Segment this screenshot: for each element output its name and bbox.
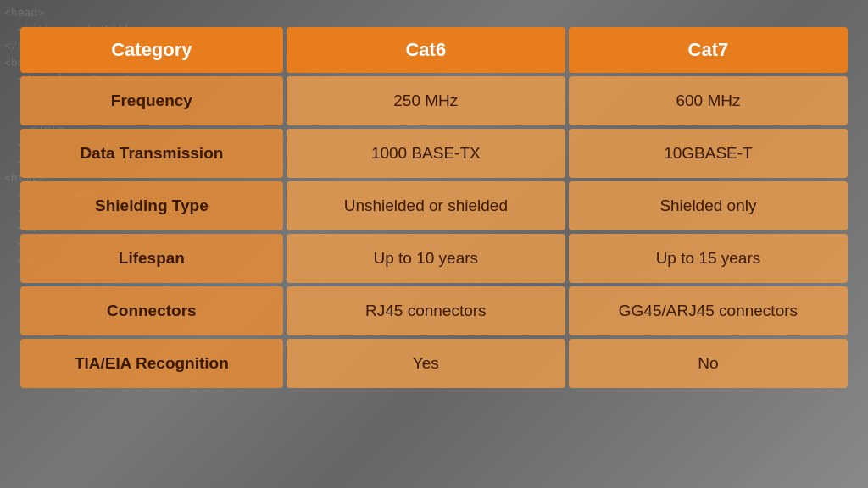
cell-cat7-2: Shielded only [569, 181, 848, 230]
table-row: ConnectorsRJ45 connectorsGG45/ARJ45 conn… [20, 286, 848, 336]
table-header-row: Category Cat6 Cat7 [20, 27, 848, 73]
cell-category-0: Frequency [20, 76, 283, 125]
cell-cat6-5: Yes [287, 339, 565, 388]
cell-cat6-1: 1000 BASE-TX [287, 129, 565, 178]
comparison-table-wrapper: Category Cat6 Cat7 Frequency250 MHz600 M… [17, 24, 851, 391]
cell-category-1: Data Transmission [20, 129, 283, 178]
cell-cat7-3: Up to 15 years [569, 234, 848, 283]
table-row: Shielding TypeUnshielded or shieldedShie… [20, 181, 848, 230]
table-row: Frequency250 MHz600 MHz [20, 76, 848, 125]
cell-cat6-0: 250 MHz [287, 76, 565, 125]
header-category: Category [20, 27, 283, 73]
cell-cat7-0: 600 MHz [569, 76, 848, 125]
cell-category-4: Connectors [20, 286, 283, 336]
table-row: TIA/EIA RecognitionYesNo [20, 339, 848, 388]
cell-category-2: Shielding Type [20, 181, 283, 230]
cell-cat6-4: RJ45 connectors [287, 286, 565, 336]
cell-cat6-2: Unshielded or shielded [287, 181, 565, 230]
comparison-table: Category Cat6 Cat7 Frequency250 MHz600 M… [17, 24, 851, 391]
table-row: Data Transmission1000 BASE-TX10GBASE-T [20, 129, 848, 178]
cell-cat7-5: No [569, 339, 848, 388]
header-cat6: Cat6 [287, 27, 565, 73]
cell-cat7-4: GG45/ARJ45 connectors [569, 286, 848, 336]
cell-category-3: Lifespan [20, 234, 283, 283]
table-row: LifespanUp to 10 yearsUp to 15 years [20, 234, 848, 283]
cell-cat7-1: 10GBASE-T [569, 129, 848, 178]
cell-cat6-3: Up to 10 years [287, 234, 565, 283]
header-cat7: Cat7 [569, 27, 848, 73]
cell-category-5: TIA/EIA Recognition [20, 339, 283, 388]
